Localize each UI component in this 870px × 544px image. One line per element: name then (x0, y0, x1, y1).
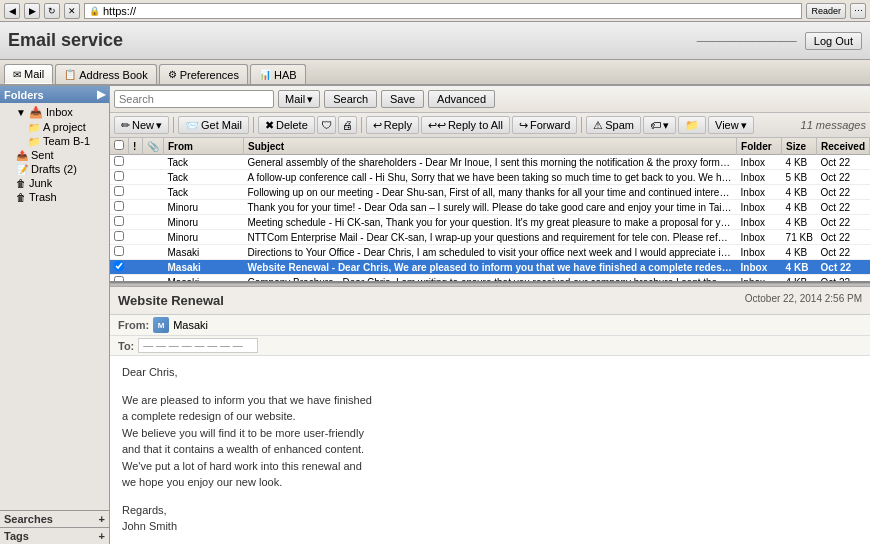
table-row[interactable]: Tack General assembly of the shareholder… (110, 155, 870, 170)
table-row[interactable]: Tack Following up on our meeting - Dear … (110, 185, 870, 200)
forward-button[interactable]: ▶ (24, 3, 40, 19)
folders-header: Folders ▶ (0, 86, 109, 103)
team-b1-icon: 📁 (28, 136, 40, 147)
row-checkbox[interactable] (110, 200, 129, 215)
row-checkbox[interactable] (110, 170, 129, 185)
inbox-label: 📥 Inbox (29, 106, 73, 119)
save-button[interactable]: Save (381, 90, 424, 108)
table-row[interactable]: Minoru Meeting schedule - Hi CK-san, Tha… (110, 215, 870, 230)
row-checkbox[interactable] (110, 155, 129, 170)
row-size: 71 KB (782, 230, 817, 245)
preferences-tab-label: Preferences (180, 69, 239, 81)
more-button[interactable]: ⋯ (850, 3, 866, 19)
row-date: Oct 22 (817, 155, 870, 170)
row-flag (129, 155, 143, 170)
col-subject[interactable]: Subject (244, 138, 737, 155)
junk-icon-btn[interactable]: 🛡 (317, 116, 336, 134)
sidebar-item-drafts[interactable]: 📝 Drafts (2) (0, 162, 109, 176)
row-checkbox[interactable] (110, 215, 129, 230)
row-checkbox[interactable] (110, 230, 129, 245)
row-attach (143, 215, 164, 230)
forward-button[interactable]: ↪ Forward (512, 116, 577, 134)
move-button[interactable]: 📁 (678, 116, 706, 134)
table-row[interactable]: Masaki Website Renewal - Dear Chris, We … (110, 260, 870, 275)
col-attach[interactable]: 📎 (143, 138, 164, 155)
table-row[interactable]: Tack A follow-up conference call - Hi Sh… (110, 170, 870, 185)
folders-expand-btn[interactable]: ▶ (97, 88, 105, 101)
row-checkbox[interactable] (110, 275, 129, 284)
col-checkbox[interactable] (110, 138, 129, 155)
print-button[interactable]: 🖨 (338, 116, 357, 134)
row-attach (143, 155, 164, 170)
browser-bar: ◀ ▶ ↻ ✕ 🔒 https:// Reader ⋯ (0, 0, 870, 22)
tag-icon: 🏷 (650, 119, 661, 131)
sidebar-item-trash[interactable]: 🗑 Trash (0, 190, 109, 204)
reply-all-button[interactable]: ↩↩ Reply to All (421, 116, 510, 134)
reply-all-icon: ↩↩ (428, 119, 446, 132)
col-size[interactable]: Size (782, 138, 817, 155)
sent-icon: 📤 (16, 150, 28, 161)
delete-button[interactable]: ✖ Delete (258, 116, 315, 134)
row-checkbox[interactable] (110, 185, 129, 200)
reload-button[interactable]: ↻ (44, 3, 60, 19)
row-flag (129, 275, 143, 284)
row-checkbox[interactable] (110, 245, 129, 260)
sidebar-item-sent[interactable]: 📤 Sent (0, 148, 109, 162)
address-bar[interactable]: 🔒 https:// (84, 3, 802, 19)
tab-address-book[interactable]: 📋 Address Book (55, 64, 156, 84)
col-folder[interactable]: Folder (737, 138, 782, 155)
col-received[interactable]: Received (817, 138, 870, 155)
back-button[interactable]: ◀ (4, 3, 20, 19)
col-from[interactable]: From (164, 138, 244, 155)
mail-dropdown[interactable]: Mail ▾ (278, 90, 320, 108)
row-from: Tack (164, 155, 244, 170)
reader-button[interactable]: Reader (806, 3, 846, 19)
advanced-button[interactable]: Advanced (428, 90, 495, 108)
tag-dropdown-arrow: ▾ (663, 119, 669, 132)
drafts-label: Drafts (2) (31, 163, 77, 175)
logout-button[interactable]: Log Out (805, 32, 862, 50)
reply-button[interactable]: ↩ Reply (366, 116, 419, 134)
searches-section: Searches + (0, 510, 109, 527)
message-list[interactable]: ! 📎 From Subject Folder Size Received Ta… (110, 138, 870, 283)
tab-mail[interactable]: ✉ Mail (4, 64, 53, 84)
tab-preferences[interactable]: ⚙ Preferences (159, 64, 248, 84)
sidebar-item-a-project[interactable]: 📁 A project (0, 120, 109, 134)
col-flag[interactable]: ! (129, 138, 143, 155)
view-button[interactable]: View ▾ (708, 116, 754, 134)
junk-icon: 🛡 (321, 119, 332, 131)
to-value: — — — — — — — — (143, 340, 242, 351)
tag-button[interactable]: 🏷 ▾ (643, 116, 676, 134)
spam-button[interactable]: ⚠ Spam (586, 116, 641, 134)
row-from: Tack (164, 185, 244, 200)
sidebar-item-team-b1[interactable]: 📁 Team B-1 (0, 134, 109, 148)
row-flag (129, 260, 143, 275)
to-label: To: (118, 340, 134, 352)
tags-add-btn[interactable]: + (99, 530, 105, 542)
reading-to-row: To: — — — — — — — — (110, 336, 870, 356)
body-line (122, 491, 858, 502)
stop-button[interactable]: ✕ (64, 3, 80, 19)
row-date: Oct 22 (817, 215, 870, 230)
row-size: 4 KB (782, 185, 817, 200)
searches-add-btn[interactable]: + (99, 513, 105, 525)
https-icon: 🔒 (89, 6, 100, 16)
row-from: Masaki (164, 245, 244, 260)
search-bar: Mail ▾ Search Save Advanced (110, 86, 870, 113)
search-button[interactable]: Search (324, 90, 377, 108)
tab-hab[interactable]: 📊 HAB (250, 64, 306, 84)
row-attach (143, 230, 164, 245)
search-input[interactable] (114, 90, 274, 108)
sidebar-item-inbox[interactable]: ▼ 📥 Inbox (0, 105, 109, 120)
row-folder: Inbox (737, 260, 782, 275)
row-checkbox[interactable] (110, 260, 129, 275)
sent-label: Sent (31, 149, 54, 161)
table-row[interactable]: Masaki Directions to Your Office - Dear … (110, 245, 870, 260)
row-flag (129, 200, 143, 215)
table-row[interactable]: Minoru Thank you for your time! - Dear O… (110, 200, 870, 215)
table-row[interactable]: Minoru NTTCom Enterprise Mail - Dear CK-… (110, 230, 870, 245)
sidebar-item-junk[interactable]: 🗑 Junk (0, 176, 109, 190)
new-button[interactable]: ✏ New ▾ (114, 116, 169, 134)
select-all-checkbox[interactable] (114, 140, 124, 150)
get-mail-button[interactable]: 📨 Get Mail (178, 116, 249, 134)
